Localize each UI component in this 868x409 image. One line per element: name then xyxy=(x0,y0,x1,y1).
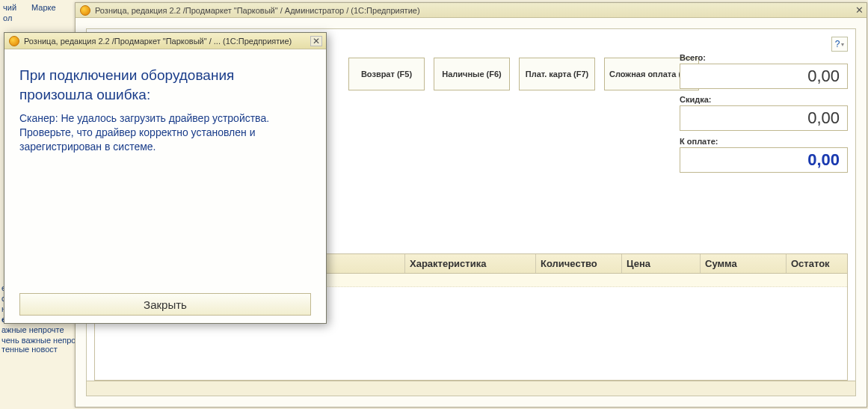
side-link[interactable]: чий xyxy=(3,3,16,12)
cash-button[interactable]: Наличные (F6) xyxy=(434,58,510,90)
error-heading: При подключении оборудования произошла о… xyxy=(19,66,311,104)
card-button[interactable]: Плат. карта (F7) xyxy=(519,58,595,90)
discount-field: 0,00 xyxy=(680,105,848,131)
window-title: Розница, редакция 2.2 /Продмаркет "Парко… xyxy=(95,6,420,15)
topay-field: 0,00 xyxy=(680,147,848,173)
bottom-panel xyxy=(87,381,855,396)
close-button[interactable]: Закрыть xyxy=(19,293,311,316)
return-button[interactable]: Возврат (F5) xyxy=(348,58,425,90)
dialog-close-icon[interactable]: ✕ xyxy=(310,36,322,46)
side-link[interactable]: ол xyxy=(3,13,16,22)
topay-label: К оплате: xyxy=(680,137,848,146)
th-remainder: Остаток xyxy=(787,254,848,273)
total-field: 0,00 xyxy=(680,64,848,89)
th-sum: Сумма xyxy=(701,254,787,273)
window-title-bar: Розница, редакция 2.2 /Продмаркет "Парко… xyxy=(76,3,867,18)
window-close-button[interactable]: ✕ xyxy=(855,4,864,16)
th-price: Цена xyxy=(622,254,701,273)
error-dialog: Розница, редакция 2.2 /Продмаркет "Парко… xyxy=(4,32,327,324)
app-icon xyxy=(80,5,90,16)
discount-label: Скидка: xyxy=(680,95,848,104)
dialog-title: Розница, редакция 2.2 /Продмаркет "Парко… xyxy=(24,37,292,46)
side-link[interactable]: Марке xyxy=(31,3,56,22)
app-icon xyxy=(9,36,19,46)
dialog-title-bar: Розница, редакция 2.2 /Продмаркет "Парко… xyxy=(4,33,326,49)
totals-column: Всего: 0,00 Скидка: 0,00 К оплате: 0,00 xyxy=(680,53,848,179)
help-button[interactable]: ? xyxy=(831,37,848,52)
error-text: Сканер: Не удалось загрузить драйвер уст… xyxy=(19,111,311,154)
dialog-body: При подключении оборудования произошла о… xyxy=(4,49,326,323)
total-label: Всего: xyxy=(680,53,848,62)
th-quantity: Количество xyxy=(536,254,622,273)
th-characteristic: Характеристика xyxy=(405,254,536,273)
